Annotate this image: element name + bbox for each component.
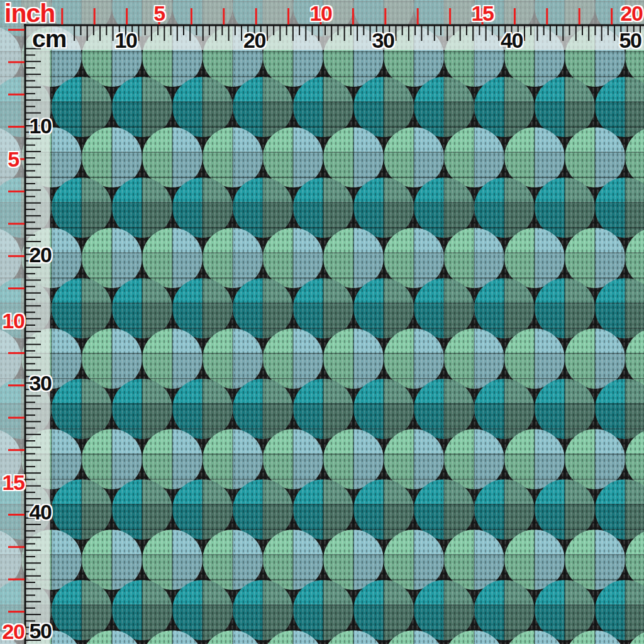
cm-number: 40 [30,501,52,523]
inch-number: 15 [472,3,494,24]
inch-number: 10 [3,310,25,331]
cm-number: 20 [243,30,265,51]
cm-number: 50 [30,620,52,641]
inch-number: 20 [3,621,25,642]
cm-number: 40 [501,30,523,51]
left-inch-zone [0,25,25,644]
inch-number: 5 [153,3,164,24]
cm-number: 10 [30,115,52,136]
cm-number: 30 [30,372,52,394]
cm-number: 20 [30,244,52,265]
fabric-measurement-preview: inch cm 10102020303040405050551010151520… [0,0,644,644]
inch-unit-label: inch [4,1,55,26]
cm-number: 10 [115,30,137,51]
inch-number: 15 [3,472,25,493]
inch-number: 5 [8,148,18,170]
cm-unit-label: cm [32,26,66,51]
cm-number: 30 [372,30,394,51]
fabric-pattern-svg [0,0,644,644]
inch-number: 20 [621,3,643,24]
cm-number: 50 [619,30,641,51]
inch-number: 10 [310,3,332,24]
fabric-texture [0,0,644,644]
